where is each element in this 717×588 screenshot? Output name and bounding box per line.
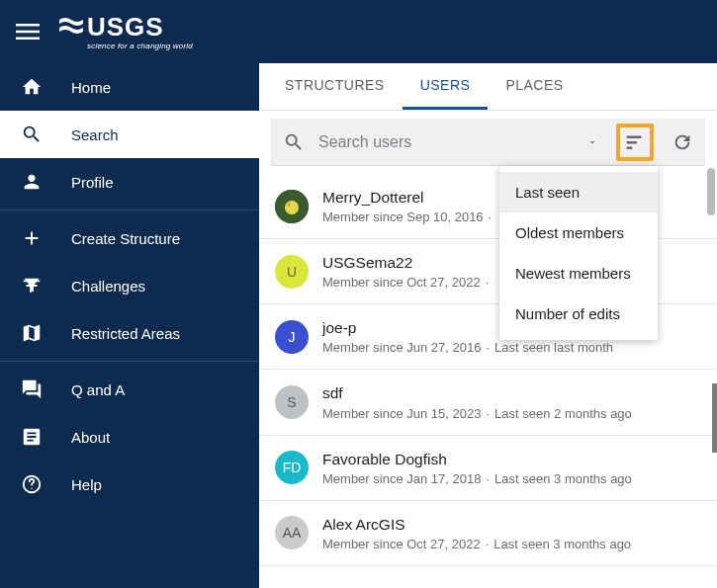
sidebar-item-create-structure[interactable]: Create Structure	[0, 214, 259, 262]
sort-menu-item-newest[interactable]: Newest members	[499, 253, 658, 294]
sidebar-item-home[interactable]: Home	[0, 63, 259, 111]
svg-rect-6	[627, 141, 637, 143]
sidebar-item-label: Profile	[71, 174, 114, 191]
user-name: Favorable Dogfish	[322, 450, 701, 469]
refresh-button[interactable]	[672, 131, 693, 153]
svg-rect-5	[627, 135, 642, 137]
sidebar-item-challenges[interactable]: Challenges	[0, 262, 259, 309]
svg-point-9	[285, 201, 299, 214]
svg-rect-7	[627, 146, 633, 148]
user-info: sdfMember since Jun 15, 2023·Last seen 2…	[322, 383, 701, 420]
user-meta: Member since Jun 27, 2016·Last seen last…	[322, 340, 701, 355]
sidebar-item-label: Create Structure	[71, 230, 180, 247]
sidebar-item-label: About	[71, 429, 110, 446]
user-meta: Member since Oct 27, 2022·Last seen 3 mo…	[322, 537, 701, 551]
help-icon	[20, 472, 44, 496]
page-scrollbar[interactable]	[709, 0, 717, 588]
user-avatar: S	[275, 385, 309, 419]
menu-toggle-button[interactable]	[16, 20, 40, 43]
user-avatar: AA	[275, 516, 309, 549]
svg-rect-2	[16, 38, 40, 41]
sort-menu-item-edits[interactable]: Number of edits	[499, 294, 658, 334]
search-users-input[interactable]	[318, 133, 573, 151]
user-meta: Member since Jan 17, 2018·Last seen 3 mo…	[322, 471, 701, 486]
tabs: STRUCTURES USERS PLACES	[259, 63, 717, 111]
home-icon	[20, 75, 44, 99]
sidebar-item-label: Help	[71, 476, 102, 493]
user-info: Alex ArcGISMember since Oct 27, 2022·Las…	[322, 515, 701, 551]
article-icon	[20, 425, 44, 449]
plus-icon	[20, 226, 44, 250]
tab-structures[interactable]: STRUCTURES	[267, 63, 403, 110]
sidebar-item-label: Challenges	[71, 278, 145, 294]
search-filter-bar	[271, 119, 705, 166]
search-icon	[20, 123, 44, 146]
wave-icon	[59, 16, 83, 38]
filter-icon	[20, 274, 44, 297]
sidebar-item-restricted-areas[interactable]: Restricted Areas	[0, 309, 259, 357]
sidebar-item-qa[interactable]: Q and A	[0, 366, 259, 413]
svg-rect-0	[16, 24, 40, 27]
user-avatar: J	[275, 320, 309, 354]
sidebar-item-label: Home	[71, 79, 111, 96]
user-info: Favorable DogfishMember since Jan 17, 20…	[322, 450, 701, 486]
user-avatar: FD	[275, 451, 309, 484]
qa-icon	[20, 378, 44, 401]
sort-icon	[624, 131, 646, 153]
search-icon	[283, 131, 305, 153]
user-name: sdf	[322, 383, 701, 403]
refresh-icon	[672, 131, 693, 153]
person-icon	[20, 170, 44, 194]
sidebar-item-help[interactable]: Help	[0, 461, 259, 508]
svg-rect-1	[16, 31, 40, 34]
map-icon	[20, 321, 44, 345]
tab-places[interactable]: PLACES	[488, 63, 581, 110]
svg-point-10	[287, 203, 291, 207]
sidebar-item-label: Q and A	[71, 381, 125, 398]
sidebar-divider	[0, 361, 259, 362]
user-row[interactable]: AAAlex ArcGISMember since Oct 27, 2022·L…	[259, 501, 717, 566]
sidebar-item-label: Restricted Areas	[71, 325, 180, 342]
sidebar-item-search[interactable]: Search	[0, 111, 259, 158]
svg-point-4	[31, 487, 32, 488]
main-content: STRUCTURES USERS PLACES Merry_DotterelMe…	[259, 63, 717, 588]
sidebar-item-profile[interactable]: Profile	[0, 158, 259, 206]
sort-button[interactable]	[616, 124, 654, 161]
user-row[interactable]: SsdfMember since Jun 15, 2023·Last seen …	[259, 370, 717, 435]
user-avatar: U	[275, 255, 309, 289]
user-meta: Member since Jun 15, 2023·Last seen 2 mo…	[322, 406, 701, 421]
tab-users[interactable]: USERS	[403, 63, 489, 110]
logo-tagline: science for a changing world	[59, 42, 193, 50]
sidebar-item-about[interactable]: About	[0, 413, 259, 461]
sort-menu-item-last-seen[interactable]: Last seen	[499, 172, 658, 212]
app-header: USGS science for a changing world	[0, 0, 717, 63]
sidebar-divider	[0, 210, 259, 210]
user-row[interactable]: FDFavorable DogfishMember since Jan 17, …	[259, 436, 717, 501]
usgs-logo: USGS science for a changing world	[59, 14, 193, 50]
sidebar: Home Search Profile Create Structure Cha…	[0, 63, 259, 588]
sidebar-item-label: Search	[71, 126, 119, 143]
dropdown-caret-icon[interactable]	[586, 136, 598, 148]
user-avatar	[275, 190, 309, 223]
user-name: Alex ArcGIS	[322, 515, 701, 535]
logo-text: USGS	[87, 14, 164, 40]
sort-menu: Last seen Oldest members Newest members …	[499, 166, 658, 340]
sort-menu-item-oldest[interactable]: Oldest members	[499, 212, 658, 253]
hamburger-icon	[16, 20, 40, 43]
